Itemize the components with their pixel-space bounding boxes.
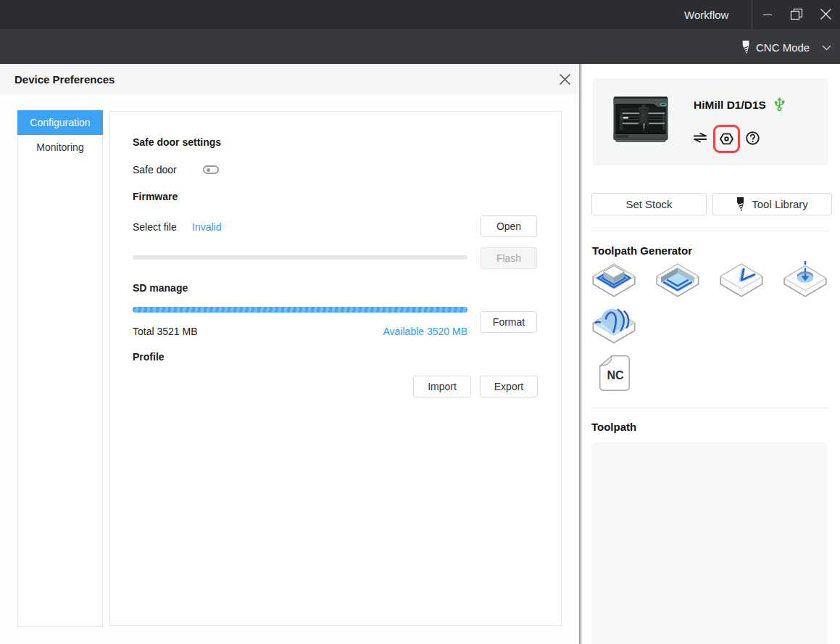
svg-text:NC: NC [607,369,624,381]
